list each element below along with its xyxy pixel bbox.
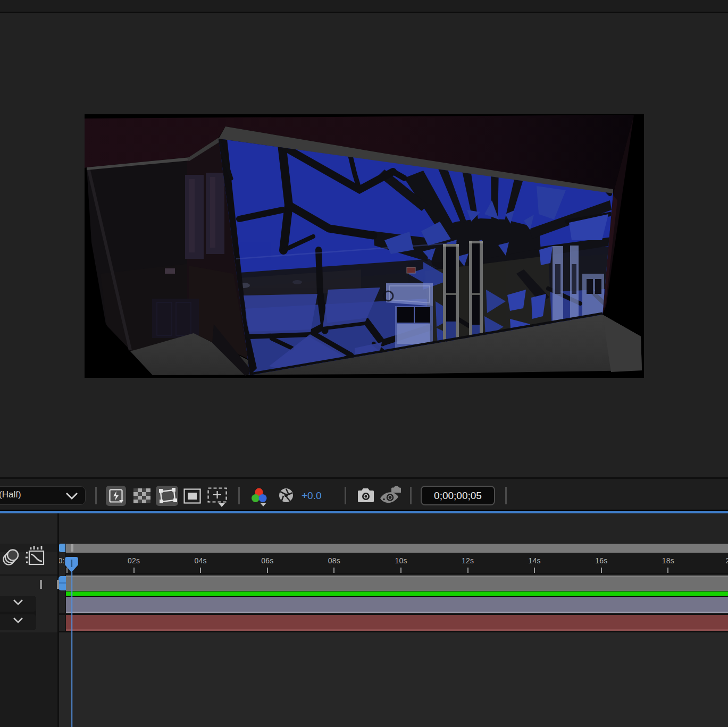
svg-text:+0.0: +0.0 [302, 490, 322, 501]
